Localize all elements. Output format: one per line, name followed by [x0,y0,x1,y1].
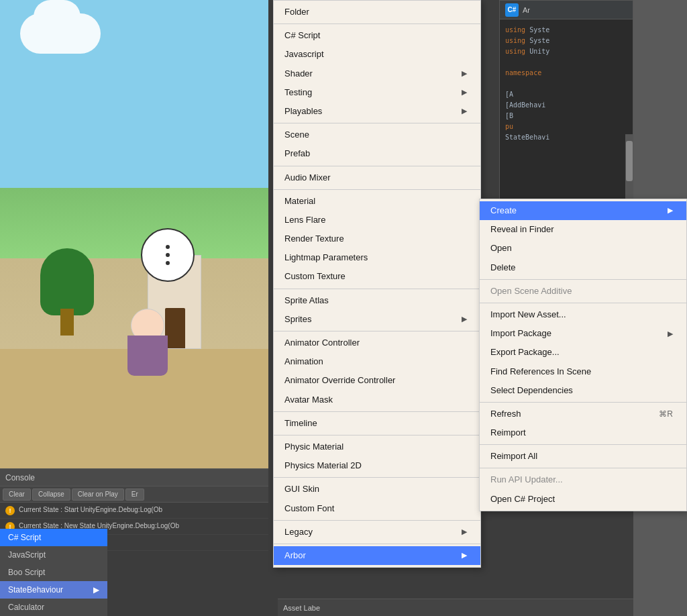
import-package-arrow-icon: ▶ [668,329,673,339]
sec-menu-section-import: Import New Asset... Import Package ▶ Exp… [480,303,686,403]
menu-item-folder[interactable]: Folder [274,3,480,21]
primary-context-menu: Folder C# Script Javascript Shader ▶ Tes… [273,0,481,568]
menu-item-arbor[interactable]: Arbor ▶ [274,546,480,565]
menu-item-gui-skin[interactable]: GUI Skin [274,480,480,499]
menu-item-playables[interactable]: Playables ▶ [274,102,480,121]
console-title: Console [5,473,35,482]
tree [40,255,94,336]
sec-menu-item-refresh[interactable]: Refresh ⌘R [480,405,686,423]
cs-icon: C# [505,3,519,17]
clear-on-play-button[interactable]: Clear on Play [72,489,124,501]
bubble-dot-2 [166,253,170,257]
menu-item-animator-controller[interactable]: Animator Controller [274,333,480,352]
menu-item-material[interactable]: Material [274,192,480,211]
menu-item-timeline[interactable]: Timeline [274,414,480,433]
menu-item-csharp[interactable]: C# Script [274,26,480,45]
sec-menu-item-reimport-all[interactable]: Reimport All [480,447,686,466]
menu-section-physics: Physic Material Physics Material 2D [274,435,480,478]
sec-menu-item-select-deps-label: Select Dependencies [490,384,573,397]
menu-item-prefab[interactable]: Prefab [274,144,480,163]
nav-cs-script[interactable]: C# Script [0,529,107,546]
menu-item-testing[interactable]: Testing ▶ [274,83,480,102]
menu-item-sprites-label: Sprites [284,313,311,325]
menu-item-audio-mixer-label: Audio Mixer [284,172,331,184]
menu-item-animation[interactable]: Animation [274,352,480,371]
state-behaviour-arrow: ▶ [93,585,99,595]
menu-item-physic-material[interactable]: Physic Material [274,438,480,456]
menu-item-testing-label: Testing [284,87,312,99]
menu-item-lightmap-params[interactable]: Lightmap Parameters [274,248,480,267]
menu-item-physics-2d[interactable]: Physics Material 2D [274,456,480,475]
sec-menu-item-open-cs-project-label: Open C# Project [490,493,555,505]
menu-section-gui: GUI Skin Custom Font [274,478,480,520]
menu-item-physics-2d-label: Physics Material 2D [284,460,362,472]
menu-item-lens-flare[interactable]: Lens Flare [274,211,480,229]
menu-section-animation: Animator Controller Animation Animator O… [274,331,480,412]
menu-item-legacy-label: Legacy [284,526,313,538]
sec-menu-item-find-references-label: Find References In Scene [490,366,591,378]
nav-boo-script[interactable]: Boo Script [0,564,107,581]
menu-item-avatar-mask[interactable]: Avatar Mask [274,391,480,409]
menu-item-animator-override[interactable]: Animator Override Controller [274,371,480,390]
sec-menu-item-create[interactable]: Create ▶ [480,201,686,220]
sec-menu-item-find-references[interactable]: Find References In Scene [480,362,686,381]
collapse-button[interactable]: Collapse [32,489,70,501]
nav-calculator[interactable]: Calculator [0,599,107,616]
secondary-context-menu: Create ▶ Reveal in Finder Open Delete Op… [479,199,687,511]
character [121,309,174,389]
menu-item-custom-texture[interactable]: Custom Texture [274,267,480,286]
menu-item-javascript-label: Javascript [284,48,324,60]
menu-item-timeline-label: Timeline [284,417,317,429]
menu-item-scene-label: Scene [284,129,309,141]
sec-menu-item-open-cs-project[interactable]: Open C# Project [480,490,686,509]
menu-item-audio-mixer[interactable]: Audio Mixer [274,168,480,187]
code-panel: C# Ar using Syste using Syste using Unit… [499,0,633,201]
menu-section-timeline: Timeline [274,412,480,435]
nav-state-behaviour[interactable]: StateBehaviour ▶ [0,581,107,599]
menu-item-scene[interactable]: Scene [274,125,480,144]
menu-item-sprite-atlas[interactable]: Sprite Atlas [274,291,480,310]
sec-menu-item-import-package[interactable]: Import Package ▶ [480,324,686,343]
menu-item-custom-font[interactable]: Custom Font [274,499,480,518]
menu-item-animator-override-label: Animator Override Controller [284,374,395,387]
menu-item-javascript[interactable]: Javascript [274,45,480,64]
menu-section-legacy: Legacy ▶ [274,521,480,544]
warning-icon-1: ! [5,506,15,515]
menu-item-sprites[interactable]: Sprites ▶ [274,310,480,329]
sec-menu-item-delete[interactable]: Delete [480,258,686,277]
code-panel-title: Ar [523,6,530,14]
menu-item-playables-label: Playables [284,105,322,117]
clear-button[interactable]: Clear [3,489,31,501]
code-panel-header: C# Ar [500,1,633,19]
sec-menu-item-import-new[interactable]: Import New Asset... [480,305,686,324]
menu-item-shader[interactable]: Shader ▶ [274,64,480,83]
sec-menu-item-export-package[interactable]: Export Package... [480,343,686,362]
sec-menu-item-open-scene-additive-label: Open Scene Additive [490,285,572,297]
sec-menu-item-open[interactable]: Open [480,239,686,258]
sprites-arrow-icon: ▶ [462,314,467,324]
menu-item-material-label: Material [284,195,315,207]
sec-menu-item-reveal-finder[interactable]: Reveal in Finder [480,220,686,239]
menu-item-avatar-mask-label: Avatar Mask [284,394,333,406]
menu-item-legacy[interactable]: Legacy ▶ [274,523,480,542]
nav-javascript[interactable]: JavaScript [0,546,107,564]
error-filter-button[interactable]: Er [125,489,144,501]
menu-item-lightmap-params-label: Lightmap Parameters [284,252,368,264]
bubble-dot-3 [166,261,170,265]
sec-menu-item-reimport[interactable]: Reimport [480,423,686,442]
menu-item-folder-label: Folder [284,6,309,18]
char-body [127,336,168,376]
sec-menu-item-select-deps[interactable]: Select Dependencies [480,381,686,400]
menu-item-gui-skin-label: GUI Skin [284,483,319,495]
sec-menu-section-reimport-all: Reimport All [480,445,686,468]
sec-menu-item-reveal-finder-label: Reveal in Finder [490,223,554,236]
menu-item-sprite-atlas-label: Sprite Atlas [284,295,329,307]
sec-menu-item-reimport-label: Reimport [490,427,526,439]
menu-item-prefab-label: Prefab [284,148,310,160]
sec-menu-section-refresh: Refresh ⌘R Reimport [480,403,686,445]
menu-section-audio: Audio Mixer [274,166,480,190]
menu-item-render-texture[interactable]: Render Texture [274,229,480,248]
refresh-shortcut: ⌘R [659,409,673,420]
scroll-thumb[interactable] [626,141,633,181]
console-header: Console [0,469,268,486]
